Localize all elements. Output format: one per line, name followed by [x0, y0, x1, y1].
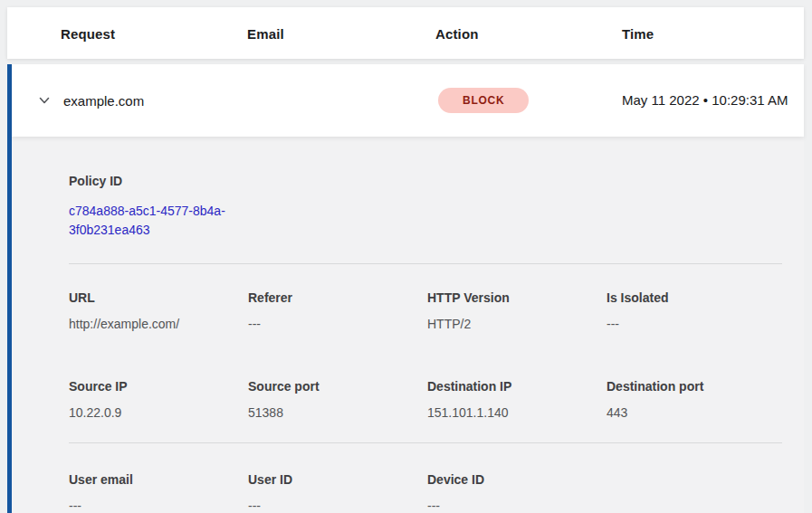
field-value: --- — [69, 498, 248, 513]
field-label: Destination IP — [427, 378, 607, 394]
expanded-row-group: example.com BLOCK May 11 2022 • 10:29:31… — [7, 64, 804, 513]
detail-field-empty — [607, 471, 782, 513]
field-value: --- — [427, 498, 607, 513]
field-value: 443 — [607, 404, 782, 421]
field-value: --- — [248, 316, 427, 332]
table-header-row: Request Email Action Time — [7, 7, 804, 59]
row-request-value: example.com — [63, 93, 144, 109]
row-time-value: May 11 2022 • 10:29:31 AM — [622, 90, 796, 111]
detail-field-source-port: Source port 51388 — [248, 378, 427, 421]
detail-field-http-version: HTTP Version HTTP/2 — [427, 290, 607, 332]
field-label: Is Isolated — [607, 290, 782, 306]
column-header-request: Request — [61, 25, 115, 41]
detail-field-source-ip: Source IP 10.22.0.9 — [69, 378, 248, 421]
policy-id-section: Policy ID c784a888-a5c1-4577-8b4a-3f0b23… — [69, 173, 782, 240]
action-block-badge: BLOCK — [438, 88, 529, 113]
field-label: HTTP Version — [427, 290, 607, 306]
field-label: URL — [69, 290, 248, 306]
detail-field-referer: Referer --- — [248, 290, 427, 332]
row-details-panel: Policy ID c784a888-a5c1-4577-8b4a-3f0b23… — [12, 137, 804, 513]
field-label: Source port — [248, 378, 427, 394]
user-details-grid: User email --- User ID --- Device ID --- — [69, 471, 782, 513]
field-value: HTTP/2 — [427, 316, 607, 332]
field-label: Referer — [248, 290, 427, 306]
detail-field-destination-port: Destination port 443 — [607, 378, 782, 421]
field-label: Device ID — [427, 471, 607, 488]
detail-field-url: URL http://example.com/ — [69, 290, 248, 332]
field-value: http://example.com/ — [69, 316, 248, 332]
column-header-time: Time — [622, 25, 654, 41]
field-label: User ID — [248, 471, 427, 488]
field-label: User email — [69, 471, 248, 488]
field-value: 151.101.1.140 — [427, 404, 607, 421]
table-row[interactable]: example.com BLOCK May 11 2022 • 10:29:31… — [12, 64, 804, 137]
column-header-action: Action — [435, 25, 479, 41]
policy-id-link[interactable]: c784a888-a5c1-4577-8b4a-3f0b231ea463 — [69, 202, 250, 240]
detail-field-user-email: User email --- — [69, 471, 248, 513]
field-label: Source IP — [69, 378, 248, 394]
detail-field-device-id: Device ID --- — [427, 471, 607, 513]
detail-field-is-isolated: Is Isolated --- — [607, 290, 782, 332]
chevron-down-icon[interactable] — [36, 92, 53, 109]
network-details-grid: Source IP 10.22.0.9 Source port 51388 De… — [69, 378, 782, 421]
field-value: --- — [248, 498, 427, 513]
detail-field-user-id: User ID --- — [248, 471, 427, 513]
field-value: 51388 — [248, 404, 427, 421]
field-value: --- — [607, 316, 782, 332]
request-log-table: Request Email Action Time example.com BL… — [7, 7, 804, 513]
section-divider — [69, 442, 782, 443]
detail-field-destination-ip: Destination IP 151.101.1.140 — [427, 378, 607, 421]
section-divider — [69, 263, 782, 264]
column-header-email: Email — [247, 25, 284, 41]
field-label: Destination port — [607, 378, 782, 394]
policy-id-label: Policy ID — [69, 173, 782, 189]
http-details-grid: URL http://example.com/ Referer --- HTTP… — [69, 290, 782, 332]
field-value: 10.22.0.9 — [69, 404, 248, 421]
